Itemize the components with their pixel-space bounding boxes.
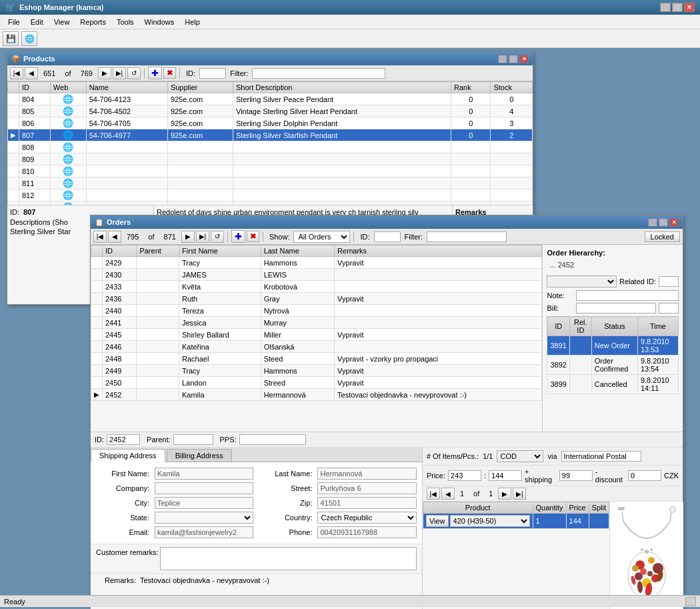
table-row[interactable]: 2433 Květa Krobotová — [91, 281, 542, 293]
via-input[interactable] — [561, 451, 641, 462]
locked-btn[interactable]: Locked — [645, 231, 680, 242]
discount-input[interactable] — [628, 470, 661, 481]
cod-select[interactable]: COD — [497, 450, 543, 462]
customer-remarks-input[interactable] — [160, 547, 417, 570]
minimize-btn[interactable]: _ — [660, 3, 671, 12]
orders-nav-prev[interactable]: ◀ — [108, 231, 121, 243]
show-select[interactable]: All Orders New Orders Confirmed Cancelle… — [293, 231, 350, 243]
orders-nav-delete[interactable]: ✖ — [247, 231, 259, 242]
table-row[interactable]: 804 🌐 54-706-4123 925e.com Sterling Silv… — [8, 93, 533, 105]
table-row[interactable]: 812 🌐 — [8, 189, 533, 201]
table-row[interactable]: ▶ 807 🌐 54-706-4977 925e.com Sterling Si… — [8, 129, 533, 141]
product-select[interactable]: 420 (H39-50) — [450, 515, 530, 527]
item-nav-prev[interactable]: ◀ — [441, 488, 455, 500]
phone-input[interactable] — [317, 526, 416, 538]
nav-refresh-btn[interactable]: ↺ — [127, 67, 141, 79]
table-row[interactable]: 2449 Tracy Hammons Vypravit — [91, 365, 542, 377]
table-row[interactable]: 2430 JAMES LEWIS — [91, 269, 542, 281]
table-row[interactable]: ▶ 2452 Kamila Hermannová Testovaci objed… — [91, 389, 542, 401]
toolbar-refresh-btn[interactable]: 🌐 — [21, 31, 37, 46]
menu-edit[interactable]: Edit — [25, 17, 49, 27]
item-nav-last[interactable]: ▶| — [513, 488, 526, 500]
table-row[interactable]: 2448 Rachael Steed Vypravit - vzorky pro… — [91, 353, 542, 365]
price-input1[interactable] — [448, 470, 481, 481]
table-row[interactable]: 2445 Shirley Ballard Miller Vypravit — [91, 329, 542, 341]
orders-minimize[interactable]: _ — [648, 218, 657, 227]
orders-nav-next[interactable]: ▶ — [181, 231, 195, 243]
nav-prev-btn[interactable]: ◀ — [25, 67, 38, 79]
nav-next-btn[interactable]: ▶ — [98, 67, 111, 79]
shipping-input[interactable] — [559, 470, 593, 481]
city-label: City: — [96, 499, 149, 507]
first-name-input[interactable] — [155, 468, 253, 480]
bill-input2[interactable] — [659, 303, 679, 314]
table-row[interactable]: 2446 Kateřina Olšanská — [91, 341, 542, 353]
table-row[interactable]: 805 🌐 54-706-4502 925e.com Vintage Sterl… — [8, 105, 533, 117]
table-row[interactable]: 806 🌐 54-706-4705 925e.com Sterling Silv… — [8, 117, 533, 129]
table-row[interactable]: 808 🌐 — [8, 141, 533, 153]
orders-close[interactable]: ✕ — [669, 218, 679, 227]
detail-pps-input[interactable] — [239, 434, 306, 445]
note-input[interactable] — [576, 290, 679, 301]
menu-file[interactable]: File — [3, 17, 25, 27]
menu-windows[interactable]: Windows — [139, 17, 180, 27]
detail-id-input[interactable] — [107, 434, 140, 445]
web-icon: 🌐 — [63, 178, 73, 188]
nav-last-btn[interactable]: ▶| — [113, 67, 126, 79]
table-row[interactable]: 811 🌐 — [8, 177, 533, 189]
table-row[interactable]: 2440 Tereza Nytrová — [91, 305, 542, 317]
last-name-input[interactable] — [317, 468, 416, 480]
table-row[interactable]: 2429 Tracy Hammons Vypravit — [91, 257, 542, 269]
nav-delete-btn[interactable]: ✖ — [163, 67, 176, 79]
country-select[interactable]: Czech Republic — [317, 512, 416, 524]
orders-id-filter[interactable] — [374, 231, 401, 242]
orders-nav-last[interactable]: ▶| — [196, 231, 209, 243]
orders-panel: 📋 Orders _ □ ✕ |◀ ◀ 795 of 871 ▶ ▶| ↺ ✚ … — [90, 215, 683, 609]
table-row[interactable]: 3899 Cancelled 9.8.2010 14:11 — [547, 375, 679, 394]
nav-add-btn[interactable]: ✚ — [148, 67, 162, 79]
detail-parent-input[interactable] — [173, 434, 213, 445]
menu-help[interactable]: Help — [179, 17, 205, 27]
table-row[interactable]: 809 🌐 — [8, 153, 533, 165]
close-btn[interactable]: ✕ — [684, 3, 695, 12]
table-row[interactable]: 2441 Jessica Murray — [91, 317, 542, 329]
zip-input[interactable] — [317, 497, 416, 509]
table-row[interactable]: 2436 Ruth Gray Vypravit — [91, 293, 542, 305]
related-id-input[interactable] — [659, 276, 679, 287]
menu-view[interactable]: View — [49, 17, 75, 27]
company-input[interactable] — [155, 482, 253, 494]
city-input[interactable] — [155, 497, 253, 509]
state-select[interactable] — [155, 512, 253, 524]
email-input[interactable] — [155, 526, 253, 538]
view-btn[interactable]: View — [426, 515, 449, 527]
maximize-btn[interactable]: □ — [672, 3, 683, 12]
nav-first-btn[interactable]: |◀ — [10, 67, 23, 79]
orders-nav-refresh[interactable]: ↺ — [211, 231, 224, 243]
products-maximize[interactable]: □ — [509, 55, 518, 63]
menu-reports[interactable]: Reports — [75, 17, 111, 27]
orders-nav-first[interactable]: |◀ — [93, 231, 107, 243]
table-row[interactable]: 3892 Order Confirmed 9.8.2010 13:54 — [547, 356, 679, 375]
country-label: Country: — [259, 514, 312, 522]
bill-input[interactable] — [576, 303, 656, 314]
menu-tools[interactable]: Tools — [111, 17, 139, 27]
orders-maximize[interactable]: □ — [659, 218, 668, 227]
tab-shipping[interactable]: Shipping Address — [91, 449, 165, 462]
item-nav-next[interactable]: ▶ — [498, 488, 511, 500]
orders-filter[interactable] — [427, 231, 507, 242]
price-input2[interactable] — [489, 470, 522, 481]
tab-billing[interactable]: Billing Address — [167, 449, 232, 462]
table-row[interactable]: 2450 Landon Streed Vypravit — [91, 377, 542, 389]
item-nav-first[interactable]: |◀ — [427, 488, 440, 500]
filter-input[interactable] — [252, 68, 385, 79]
id-filter-input[interactable] — [199, 68, 226, 79]
svg-point-8 — [632, 565, 639, 572]
orders-nav-add[interactable]: ✚ — [231, 230, 245, 243]
street-input[interactable] — [317, 482, 416, 494]
hierarchy-select[interactable] — [547, 275, 617, 287]
products-minimize[interactable]: _ — [498, 55, 507, 63]
table-row[interactable]: 3891 New Order 9.8.2010 13:53 — [547, 336, 679, 356]
products-close[interactable]: ✕ — [519, 55, 529, 63]
table-row[interactable]: 810 🌐 — [8, 165, 533, 177]
toolbar-save-btn[interactable]: 💾 — [3, 31, 19, 46]
